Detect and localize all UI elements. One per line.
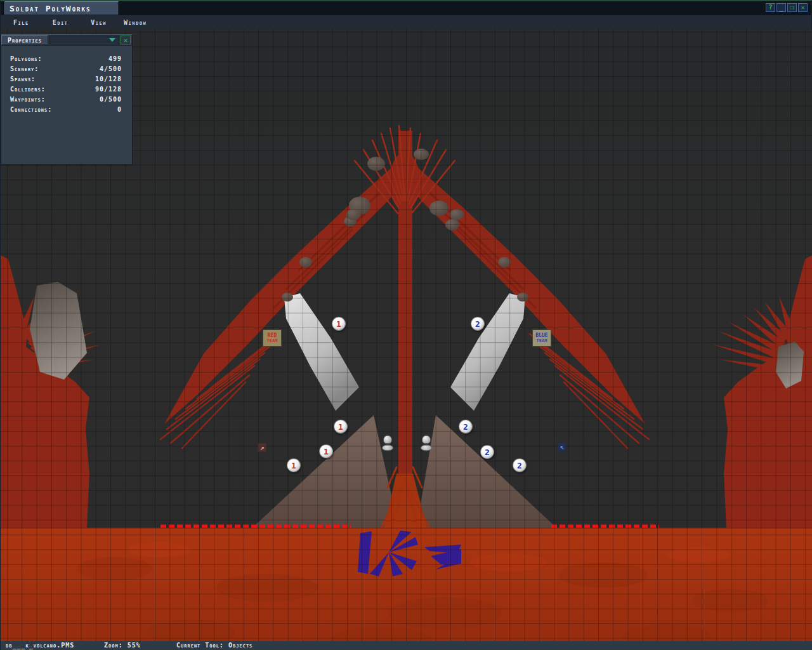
red-team-sign[interactable]: REDTEAM xyxy=(263,329,282,347)
status-filename: db___k_volcano.PMS xyxy=(6,642,74,649)
sign-line: TEAM xyxy=(537,338,547,343)
prop-label: Scenery: xyxy=(10,65,39,72)
properties-panel-title: Properties xyxy=(8,37,42,44)
help-icon[interactable]: ? xyxy=(766,3,775,12)
prop-value: 0/500 xyxy=(100,96,122,103)
properties-rows: Polygons: 499 Scenery: 4/500 Spawns: 10/… xyxy=(1,46,132,114)
status-zoom: Zoom: 55% xyxy=(104,642,141,649)
window-title: Soldat PolyWorks xyxy=(10,4,91,13)
title-box: Soldat PolyWorks xyxy=(4,1,119,15)
titlebar: Soldat PolyWorks ? _ ❐ ✕ xyxy=(1,1,811,15)
spawn-marker-red[interactable]: 1 xyxy=(319,444,333,458)
polyworks-window: Soldat PolyWorks ? _ ❐ ✕ File Edit View … xyxy=(0,0,812,650)
spawn-marker-blue[interactable]: 2 xyxy=(459,420,473,434)
blue-team-sign[interactable]: BLUETEAM xyxy=(532,329,551,347)
panel-close-icon[interactable]: ✕ xyxy=(121,36,131,44)
kit-dome xyxy=(422,435,431,444)
menu-view[interactable]: View xyxy=(91,19,107,26)
spawn-marker-blue[interactable]: 2 xyxy=(480,445,494,459)
prop-label: Spawns: xyxy=(10,76,36,83)
spawn-marker-blue[interactable]: 2 xyxy=(513,458,527,472)
spawn-marker-red[interactable]: 1 xyxy=(332,317,346,331)
sign-line: RED xyxy=(268,333,277,338)
menu-edit[interactable]: Edit xyxy=(53,19,69,26)
kit-dome xyxy=(383,435,392,444)
prop-value: 499 xyxy=(108,55,122,62)
spawn-marker-red[interactable]: 1 xyxy=(287,458,301,472)
prop-row-scenery: Scenery: 4/500 xyxy=(1,63,132,74)
prop-row-colliders: Colliders: 90/128 xyxy=(1,84,132,94)
properties-panel-dropdown[interactable] xyxy=(49,36,119,44)
window-controls: ? _ ❐ ✕ xyxy=(766,3,808,12)
prop-label: Waypoints: xyxy=(10,96,46,103)
sign-line: TEAM xyxy=(267,338,278,343)
prop-label: Polygons: xyxy=(10,55,43,62)
menu-window[interactable]: Window xyxy=(124,19,147,26)
prop-row-polygons: Polygons: 499 xyxy=(1,53,132,63)
prop-value: 10/128 xyxy=(95,76,122,83)
prop-value: 90/128 xyxy=(95,86,122,93)
restore-icon[interactable]: ❐ xyxy=(787,3,797,12)
prop-row-connections: Connections: 0 xyxy=(1,104,132,114)
menubar: File Edit View Window xyxy=(1,15,811,29)
prop-label: Colliders: xyxy=(10,86,46,93)
sign-line: BLUE xyxy=(535,333,547,338)
kit-base xyxy=(421,445,432,451)
prop-row-spawns: Spawns: 10/128 xyxy=(1,74,132,84)
minimize-icon[interactable]: _ xyxy=(776,3,786,12)
menu-file[interactable]: File xyxy=(13,19,29,26)
spawn-marker-blue[interactable]: 2 xyxy=(471,317,485,331)
properties-panel-title-box: Properties xyxy=(1,35,48,45)
prop-row-waypoints: Waypoints: 0/500 xyxy=(1,94,132,104)
prop-value: 4/500 xyxy=(100,65,122,72)
prop-value: 0 xyxy=(117,106,122,113)
kit-object[interactable] xyxy=(420,435,433,452)
kit-object[interactable] xyxy=(381,435,394,452)
properties-panel-titlebar[interactable]: Properties ✕ xyxy=(1,35,132,46)
statusbar: db___k_volcano.PMS Zoom: 55% Current Too… xyxy=(1,641,812,650)
status-current-tool: Current Tool: Objects xyxy=(176,642,252,649)
flag-spawn-red-icon[interactable]: ↗ xyxy=(258,444,266,452)
prop-label: Connections: xyxy=(10,106,52,113)
kit-base xyxy=(382,445,393,451)
spawn-marker-red[interactable]: 1 xyxy=(334,420,348,434)
properties-panel: Properties ✕ Polygons: 499 Scenery: 4/50… xyxy=(1,34,133,164)
chevron-down-icon xyxy=(109,38,115,42)
close-icon[interactable]: ✕ xyxy=(798,3,808,12)
flag-spawn-blue-icon[interactable]: ↖ xyxy=(558,443,566,451)
